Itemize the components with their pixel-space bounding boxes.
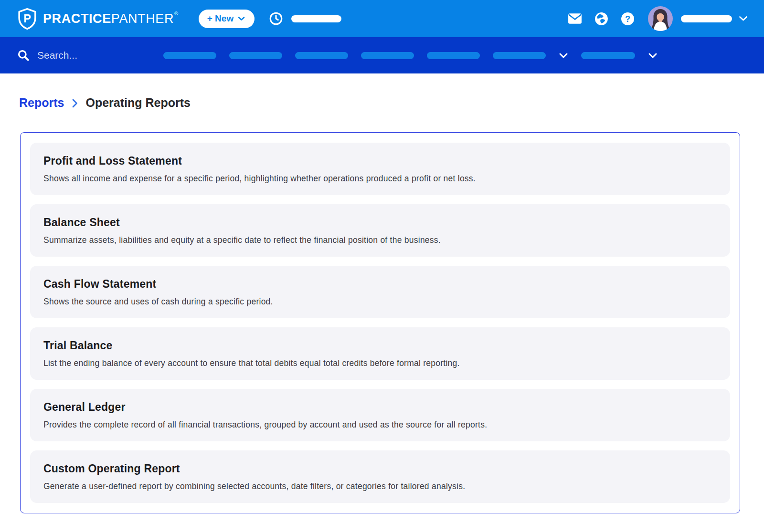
report-description: Summarize assets, liabilities and equity… — [43, 235, 717, 245]
nav-item-placeholder-3[interactable] — [295, 52, 348, 59]
chevron-down-icon — [238, 16, 245, 21]
operating-reports-panel: Profit and Loss Statement Shows all inco… — [20, 132, 740, 513]
report-card-cash-flow[interactable]: Cash Flow Statement Shows the source and… — [30, 266, 730, 318]
brand-name: PRACTICEPANTHER® — [43, 11, 179, 26]
chevron-down-icon — [559, 52, 568, 59]
messages-envelope-icon[interactable] — [568, 13, 582, 24]
report-title: Profit and Loss Statement — [43, 155, 717, 167]
report-title: Cash Flow Statement — [43, 278, 717, 291]
search-icon — [17, 49, 30, 62]
new-button-label: + New — [207, 13, 233, 24]
report-card-custom-operating-report[interactable]: Custom Operating Report Generate a user-… — [30, 450, 730, 503]
report-card-general-ledger[interactable]: General Ledger Provides the complete rec… — [30, 389, 730, 441]
timer-label-placeholder — [291, 15, 341, 22]
breadcrumb: Reports Operating Reports — [19, 96, 764, 110]
report-title: Balance Sheet — [43, 216, 717, 229]
report-card-trial-balance[interactable]: Trial Balance List the ending balance of… — [30, 327, 730, 380]
nav-item-placeholder-1[interactable] — [163, 52, 216, 59]
user-avatar[interactable] — [648, 6, 673, 31]
main-navbar — [0, 37, 764, 73]
svg-text:?: ? — [625, 14, 630, 23]
report-title: Trial Balance — [43, 339, 717, 352]
report-description: List the ending balance of every account… — [43, 358, 717, 368]
report-title: Custom Operating Report — [43, 462, 717, 475]
page-title: Operating Reports — [85, 96, 190, 110]
nav-item-placeholder-5[interactable] — [427, 52, 480, 59]
nav-item-placeholder-6[interactable] — [493, 52, 546, 59]
report-description: Generate a user-defined report by combin… — [43, 481, 717, 491]
user-name-placeholder — [681, 15, 732, 22]
top-header: P PRACTICEPANTHER® + New — [0, 0, 764, 37]
nav-items — [163, 52, 658, 59]
help-icon[interactable]: ? — [621, 12, 635, 26]
breadcrumb-separator-icon — [72, 98, 78, 108]
globe-icon[interactable] — [594, 12, 608, 26]
shield-logo-icon: P — [17, 8, 37, 30]
report-card-profit-and-loss[interactable]: Profit and Loss Statement Shows all inco… — [30, 143, 730, 195]
report-title: General Ledger — [43, 401, 717, 414]
nav-item-placeholder-7[interactable] — [581, 52, 635, 59]
brand-name-practice: PRACTICE — [43, 11, 111, 26]
nav-item-placeholder-2[interactable] — [229, 52, 282, 59]
practicepanther-logo[interactable]: P PRACTICEPANTHER® — [17, 8, 179, 30]
page: P PRACTICEPANTHER® + New — [0, 0, 764, 532]
user-menu[interactable] — [673, 15, 748, 22]
breadcrumb-reports-link[interactable]: Reports — [19, 96, 64, 110]
report-card-balance-sheet[interactable]: Balance Sheet Summarize assets, liabilit… — [30, 204, 730, 257]
brand-name-panther: PANTHER — [111, 11, 174, 26]
nav-item-placeholder-4[interactable] — [361, 52, 414, 59]
search-input[interactable] — [37, 50, 118, 61]
search-box — [17, 49, 127, 62]
timer-clock-icon[interactable] — [269, 11, 283, 26]
report-description: Shows all income and expense for a speci… — [43, 174, 717, 184]
report-description: Provides the complete record of all fina… — [43, 420, 717, 430]
registered-trademark: ® — [174, 10, 179, 16]
report-description: Shows the source and uses of cash during… — [43, 297, 717, 307]
chevron-down-icon — [739, 16, 748, 21]
new-button[interactable]: + New — [199, 10, 255, 28]
chevron-down-icon — [648, 52, 658, 59]
svg-text:P: P — [23, 12, 31, 24]
